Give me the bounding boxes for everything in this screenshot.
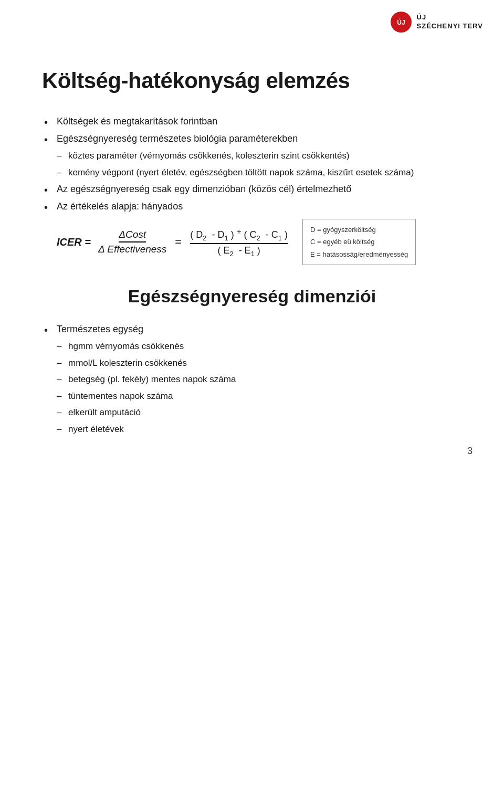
rhs-fraction: ( D2 - D1 ) + ( C2 - C1 ) ( E2 - E1 ): [190, 227, 288, 257]
list-item: hgmm vérnyomás csökkenés: [42, 340, 462, 353]
list-item: mmol/L koleszterin csökkenés: [42, 356, 462, 370]
list-item: Egészségnyereség természetes biológia pa…: [42, 132, 462, 146]
szechenyi-logo-icon: ÚJ: [390, 10, 413, 34]
list-item: tüntementes napok száma: [42, 389, 462, 403]
legend-box: D = gyógyszerköltség C = egyéb eü költsé…: [302, 219, 416, 265]
list-item: Az értékelés alapja: hányados: [42, 199, 462, 214]
icer-label: ICER =: [57, 236, 91, 248]
list-item: kemény végpont (nyert életév, egészségbe…: [42, 166, 462, 180]
page-number: 3: [467, 446, 472, 457]
lhs-fraction: ΔCost Δ Effectiveness: [98, 229, 166, 255]
logo-text: ÚJ SZÉCHENYI TERV: [417, 13, 483, 31]
equals-sign: =: [175, 235, 182, 249]
section2-title: Egészségnyereség dimenziói: [42, 286, 462, 307]
legend-item: D = gyógyszerköltség: [310, 224, 408, 236]
list-item: köztes paraméter (vérnyomás csökkenés, k…: [42, 149, 462, 163]
rhs-denominator: ( E2 - E1 ): [217, 244, 260, 258]
svg-text:ÚJ: ÚJ: [397, 18, 405, 26]
lhs-denominator: Δ Effectiveness: [98, 242, 166, 255]
legend-item: E = hatásosság/eredményesség: [310, 248, 408, 260]
main-title: Költség-hatékonyság elemzés: [42, 68, 462, 93]
main-bullet-list: Költségek és megtakarítások forintban Eg…: [42, 114, 462, 214]
list-item: nyert életévek: [42, 423, 462, 436]
list-item: Természetes egység: [42, 322, 462, 336]
rhs-numerator: ( D2 - D1 ) + ( C2 - C1 ): [190, 227, 288, 244]
list-item: elkerült amputáció: [42, 406, 462, 419]
list-item: Költségek és megtakarítások forintban: [42, 114, 462, 129]
section2-bullet-list: Természetes egység hgmm vérnyomás csökke…: [42, 322, 462, 436]
page-container: ÚJ ÚJ SZÉCHENYI TERV Költség-hatékonyság…: [0, 0, 504, 472]
legend-item: C = egyéb eü költség: [310, 236, 408, 248]
list-item: Az egészségnyereség csak egy dimenzióban…: [42, 182, 462, 196]
formula-row: ICER = ΔCost Δ Effectiveness = ( D2 - D1…: [57, 219, 462, 265]
lhs-numerator: ΔCost: [119, 229, 146, 242]
list-item: betegség (pl. fekély) mentes napok száma: [42, 373, 462, 386]
logo-area: ÚJ ÚJ SZÉCHENYI TERV: [390, 10, 483, 34]
